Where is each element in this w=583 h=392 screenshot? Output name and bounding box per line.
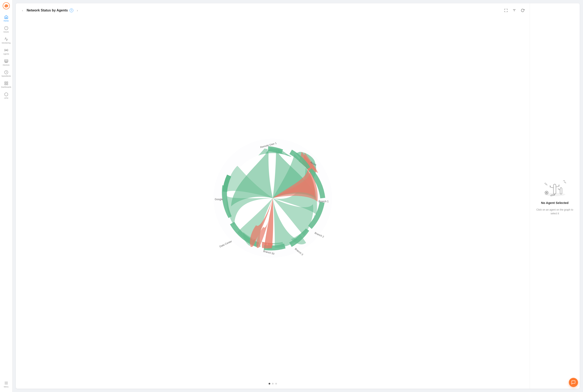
sidebar-item-speedtests[interactable]: Speedtests bbox=[0, 68, 12, 79]
sidebar-item-apm[interactable]: APM bbox=[0, 90, 12, 101]
main-content: ‹ Network Status by Agents ? › bbox=[12, 0, 583, 392]
pagination-dot-3[interactable] bbox=[275, 383, 277, 384]
svg-point-3 bbox=[5, 6, 5, 7]
svg-point-7 bbox=[5, 50, 7, 51]
sidebar-item-dashboards-label: Dashboards bbox=[1, 86, 11, 88]
svg-point-1 bbox=[5, 4, 7, 6]
sidebar-item-agents[interactable]: Agents bbox=[0, 46, 12, 57]
svg-text:Google: Google bbox=[215, 198, 223, 201]
no-agent-subtitle: Click on an agent on the graph to select… bbox=[534, 208, 576, 215]
widget-header: ‹ Network Status by Agents ? › bbox=[20, 8, 526, 13]
widget-title: Network Status by Agents bbox=[27, 8, 68, 12]
expand-button[interactable] bbox=[503, 8, 509, 13]
header-actions bbox=[503, 8, 526, 13]
sidebar-item-home[interactable]: Home bbox=[0, 13, 12, 24]
svg-rect-10 bbox=[6, 61, 7, 62]
svg-point-2 bbox=[7, 6, 8, 7]
sidebar-item-speedtests-label: Speedtests bbox=[1, 75, 11, 77]
sidebar-item-dashboards[interactable]: Dashboards bbox=[0, 79, 12, 90]
filter-button[interactable] bbox=[511, 8, 517, 13]
app-logo[interactable] bbox=[2, 2, 10, 10]
svg-text:Branch 1: Branch 1 bbox=[319, 200, 329, 203]
pagination-dot-1[interactable] bbox=[269, 383, 270, 384]
sidebar-item-menu[interactable]: Menu bbox=[0, 379, 12, 390]
widget-card: ‹ Network Status by Agents ? › bbox=[16, 3, 580, 389]
svg-text:Data Center: Data Center bbox=[219, 240, 233, 248]
svg-rect-15 bbox=[4, 82, 6, 83]
sidebar-item-menu-label: Menu bbox=[4, 386, 8, 388]
svg-rect-16 bbox=[6, 82, 8, 83]
sidebar-item-issues[interactable]: Issues bbox=[0, 24, 12, 35]
help-icon[interactable]: ? bbox=[69, 8, 73, 12]
sidebar-item-devices-label: Devices bbox=[3, 64, 9, 66]
svg-point-35 bbox=[545, 193, 565, 196]
right-panel: No Agent Selected Click on an agent on t… bbox=[530, 3, 580, 389]
svg-rect-36 bbox=[554, 184, 556, 194]
chord-diagram-container: Remote User 1 Azure Branch 1 Branch 2 Br… bbox=[20, 16, 526, 381]
sidebar-item-home-label: Home bbox=[3, 20, 8, 22]
svg-rect-18 bbox=[6, 84, 8, 85]
refresh-button[interactable] bbox=[520, 8, 526, 13]
sidebar-item-monitoring[interactable]: Monitoring bbox=[0, 35, 12, 46]
no-agent-title: No Agent Selected bbox=[541, 201, 569, 204]
prev-widget-button[interactable]: ‹ bbox=[20, 8, 25, 13]
sidebar-item-agents-label: Agents bbox=[3, 53, 9, 55]
svg-rect-17 bbox=[4, 84, 6, 85]
pagination-dots bbox=[20, 381, 526, 384]
chart-panel: ‹ Network Status by Agents ? › bbox=[16, 3, 530, 389]
sidebar-item-apm-label: APM bbox=[4, 97, 8, 99]
chat-fab-button[interactable] bbox=[569, 378, 578, 387]
svg-rect-8 bbox=[4, 60, 8, 62]
sidebar: Home Issues Monitoring Agents bbox=[0, 0, 12, 392]
next-widget-button[interactable]: › bbox=[75, 8, 80, 13]
no-agent-illustration bbox=[541, 177, 569, 198]
pagination-dot-2[interactable] bbox=[272, 383, 274, 384]
sidebar-item-issues-label: Issues bbox=[3, 31, 9, 33]
sidebar-item-devices[interactable]: Devices bbox=[0, 57, 12, 68]
svg-rect-9 bbox=[5, 61, 6, 62]
chord-diagram[interactable]: Remote User 1 Azure Branch 1 Branch 2 Br… bbox=[212, 138, 333, 258]
sidebar-item-monitoring-label: Monitoring bbox=[2, 42, 10, 44]
